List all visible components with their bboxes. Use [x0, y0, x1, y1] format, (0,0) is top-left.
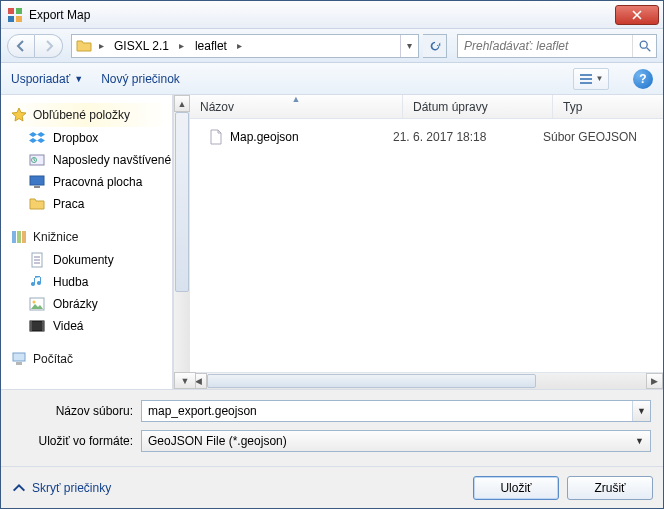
svg-rect-23 — [30, 321, 32, 331]
file-list: Map.geojson21. 6. 2017 18:18Súbor GEOJSO… — [190, 119, 663, 372]
sidebar-item[interactable]: Dokumenty — [1, 249, 172, 271]
sidebar-item[interactable]: Praca — [1, 193, 172, 215]
doc-icon — [29, 252, 45, 268]
sidebar-scrollbar[interactable]: ▲ ▼ — [173, 95, 190, 389]
hide-folders-label: Skryť priečinky — [32, 481, 111, 495]
svg-rect-12 — [34, 186, 40, 188]
column-type-label: Typ — [563, 100, 582, 114]
navigation-pane: Obľúbené položkyDropboxNaposledy navštív… — [1, 95, 173, 389]
app-icon — [7, 7, 23, 23]
sidebar-item-label: Pracovná plocha — [53, 175, 142, 189]
svg-rect-13 — [12, 231, 16, 243]
search-box[interactable] — [457, 34, 657, 58]
svg-rect-7 — [580, 78, 592, 80]
new-folder-button[interactable]: Nový priečinok — [101, 72, 180, 86]
svg-rect-14 — [17, 231, 21, 243]
chevron-right-icon[interactable]: ▸ — [175, 40, 189, 51]
sidebar-group-label: Knižnice — [33, 230, 78, 244]
cancel-button-label: Zrušiť — [594, 481, 625, 495]
file-name: Map.geojson — [230, 130, 299, 144]
scroll-up-button[interactable]: ▲ — [174, 95, 190, 112]
file-row[interactable]: Map.geojson21. 6. 2017 18:18Súbor GEOJSO… — [194, 125, 659, 149]
filename-history-dropdown[interactable]: ▼ — [632, 401, 650, 421]
sidebar-item-label: Obrázky — [53, 297, 98, 311]
column-headers: Názov ▲ Dátum úpravy Typ — [190, 95, 663, 119]
column-name[interactable]: Názov ▲ — [190, 95, 403, 118]
address-bar[interactable]: ▸ GISXL 2.1 ▸ leaflet ▸ ▾ — [71, 34, 419, 58]
save-button[interactable]: Uložiť — [473, 476, 559, 500]
sidebar-item[interactable]: Naposledy navštívené — [1, 149, 172, 171]
libraries-icon — [11, 229, 27, 245]
chevron-right-icon[interactable]: ▸ — [94, 40, 108, 51]
file-icon — [208, 129, 224, 145]
filename-field[interactable]: ▼ — [141, 400, 651, 422]
chevron-right-icon[interactable]: ▸ — [233, 40, 247, 51]
sidebar-group-libraries[interactable]: Knižnice — [1, 225, 172, 249]
dropbox-icon — [29, 130, 45, 146]
sidebar-item-label: Naposledy navštívené — [53, 153, 171, 167]
sidebar-group-computer[interactable]: Počítač — [1, 347, 172, 371]
sidebar-item[interactable]: Pracovná plocha — [1, 171, 172, 193]
organize-menu[interactable]: Usporiadať ▼ — [11, 72, 83, 86]
svg-rect-25 — [13, 353, 25, 361]
music-icon — [29, 274, 45, 290]
refresh-button[interactable] — [423, 34, 447, 58]
save-button-label: Uložiť — [500, 481, 531, 495]
scroll-thumb[interactable] — [175, 112, 189, 292]
breadcrumb-segment[interactable]: leaflet — [191, 35, 231, 57]
chevron-down-icon: ▼ — [635, 436, 644, 446]
file-pane: Názov ▲ Dátum úpravy Typ Map.geojson21. … — [190, 95, 663, 389]
body: Obľúbené položkyDropboxNaposledy navštív… — [1, 95, 663, 389]
sidebar-group-favorites[interactable]: Obľúbené položky — [1, 103, 172, 127]
svg-rect-26 — [16, 362, 22, 365]
svg-rect-6 — [580, 74, 592, 76]
titlebar: Export Map — [1, 1, 663, 29]
chevron-down-icon: ▼ — [74, 74, 83, 84]
sidebar-item-label: Videá — [53, 319, 83, 333]
file-type: Súbor GEOJSON — [543, 130, 653, 144]
address-history-dropdown[interactable]: ▾ — [400, 35, 418, 57]
cancel-button[interactable]: Zrušiť — [567, 476, 653, 500]
column-date[interactable]: Dátum úpravy — [403, 95, 553, 118]
new-folder-label: Nový priečinok — [101, 72, 180, 86]
column-date-label: Dátum úpravy — [413, 100, 488, 114]
format-label: Uložiť vo formáte: — [13, 434, 133, 448]
back-button[interactable] — [7, 34, 35, 58]
nav-row: ▸ GISXL 2.1 ▸ leaflet ▸ ▾ — [1, 29, 663, 63]
scroll-down-button[interactable]: ▼ — [174, 372, 196, 389]
search-button[interactable] — [632, 35, 656, 57]
hscroll-track[interactable] — [207, 373, 646, 389]
chevron-down-icon: ▼ — [596, 74, 604, 83]
svg-rect-22 — [30, 321, 44, 331]
file-date: 21. 6. 2017 18:18 — [393, 130, 543, 144]
format-select[interactable]: GeoJSON File (*.geojson) ▼ — [141, 430, 651, 452]
scroll-right-button[interactable]: ▶ — [646, 373, 663, 389]
folder-icon — [29, 196, 45, 212]
column-type[interactable]: Typ — [553, 95, 663, 118]
svg-point-21 — [33, 301, 36, 304]
hide-folders-toggle[interactable]: Skryť priečinky — [11, 480, 111, 496]
view-mode-button[interactable]: ▼ — [573, 68, 609, 90]
sidebar-item[interactable]: Dropbox — [1, 127, 172, 149]
hscroll-thumb[interactable] — [207, 374, 536, 388]
toolbar: Usporiadať ▼ Nový priečinok ▼ ? — [1, 63, 663, 95]
sidebar-item-label: Dokumenty — [53, 253, 114, 267]
forward-button[interactable] — [35, 34, 63, 58]
breadcrumb-segment[interactable]: GISXL 2.1 — [110, 35, 173, 57]
file-list-hscrollbar[interactable]: ◀ ▶ — [190, 372, 663, 389]
svg-rect-3 — [16, 16, 22, 22]
sidebar-item-label: Hudba — [53, 275, 88, 289]
column-name-label: Názov — [200, 100, 234, 114]
sidebar-item[interactable]: Videá — [1, 315, 172, 337]
help-button[interactable]: ? — [633, 69, 653, 89]
dialog-footer: Skryť priečinky Uložiť Zrušiť — [1, 466, 663, 508]
svg-rect-15 — [22, 231, 26, 243]
sidebar-item[interactable]: Obrázky — [1, 293, 172, 315]
filename-input[interactable] — [142, 401, 632, 421]
svg-rect-24 — [42, 321, 44, 331]
search-input[interactable] — [458, 35, 632, 57]
image-icon — [29, 296, 45, 312]
window-title: Export Map — [29, 8, 615, 22]
close-button[interactable] — [615, 5, 659, 25]
sidebar-item[interactable]: Hudba — [1, 271, 172, 293]
